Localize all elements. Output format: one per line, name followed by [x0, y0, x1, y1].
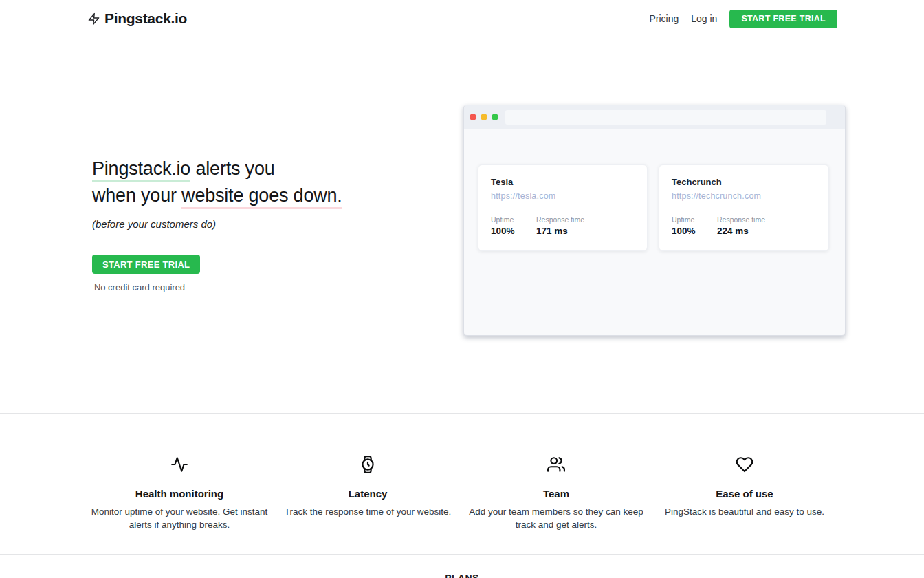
- watch-icon: [359, 464, 377, 475]
- plans-section: PLANS: [0, 554, 924, 578]
- header: Pingstack.io Pricing Log in START FREE T…: [0, 0, 924, 37]
- hero-copy: Pingstack.io alerts youwhen your website…: [92, 156, 342, 292]
- response-time-stat: Response time 224 ms: [717, 215, 765, 236]
- main-nav: Pricing Log in START FREE TRIAL: [649, 10, 837, 28]
- feature-title: Ease of use: [650, 488, 839, 500]
- hero-title: Pingstack.io alerts youwhen your website…: [92, 156, 342, 209]
- site-url: https://techcrunch.com: [672, 191, 816, 201]
- no-credit-card-note: No credit card required: [92, 282, 187, 292]
- start-free-trial-button-hero[interactable]: START FREE TRIAL: [92, 255, 200, 274]
- minimize-window-dot-icon: [481, 114, 487, 120]
- uptime-label: Uptime: [491, 215, 536, 224]
- activity-icon: [170, 464, 188, 475]
- hero-section: Pingstack.io alerts youwhen your website…: [0, 37, 924, 413]
- users-icon: [547, 464, 565, 475]
- nav-link-login[interactable]: Log in: [691, 13, 717, 24]
- brand-name: Pingstack.io: [104, 10, 187, 27]
- hero-title-rest-2: when your: [92, 185, 182, 206]
- address-bar: [505, 110, 826, 125]
- heart-icon: [736, 464, 754, 475]
- browser-chrome: [464, 105, 845, 129]
- response-time-label: Response time: [717, 215, 765, 224]
- site-stats: Uptime 100% Response time 224 ms: [672, 215, 816, 236]
- feature-ease-of-use: Ease of use PingStack is beautiful and e…: [650, 414, 839, 531]
- zap-icon: [87, 12, 100, 26]
- hero-title-highlight-green: Pingstack.io: [92, 158, 190, 182]
- site-name: Tesla: [491, 177, 635, 187]
- uptime-value: 100%: [672, 226, 717, 236]
- feature-description: Monitor uptime of your website. Get inst…: [91, 505, 268, 531]
- brand-logo[interactable]: Pingstack.io: [87, 10, 187, 27]
- close-window-dot-icon: [470, 114, 476, 120]
- feature-description: PingStack is beautiful and easy to use.: [656, 505, 833, 518]
- feature-latency: Latency Track the response time of your …: [274, 414, 462, 531]
- feature-title: Latency: [274, 488, 462, 500]
- feature-title: Team: [462, 488, 650, 500]
- response-time-label: Response time: [536, 215, 584, 224]
- feature-title: Health monitoring: [85, 488, 274, 500]
- start-free-trial-button-header[interactable]: START FREE TRIAL: [729, 10, 837, 28]
- monitor-card-techcrunch: Techcrunch https://techcrunch.com Uptime…: [659, 164, 829, 251]
- hero-subtext: (before your customers do): [92, 218, 342, 230]
- window-controls: [470, 114, 498, 120]
- uptime-stat: Uptime 100%: [672, 215, 717, 236]
- site-stats: Uptime 100% Response time 171 ms: [491, 215, 635, 236]
- response-time-stat: Response time 171 ms: [536, 215, 584, 236]
- site-name: Techcrunch: [672, 177, 816, 187]
- browser-window-mockup: Tesla https://tesla.com Uptime 100% Resp…: [463, 105, 846, 336]
- monitor-cards: Tesla https://tesla.com Uptime 100% Resp…: [478, 164, 829, 251]
- uptime-label: Uptime: [672, 215, 717, 224]
- features-grid: Health monitoring Monitor uptime of your…: [85, 414, 839, 531]
- site-url: https://tesla.com: [491, 191, 635, 201]
- monitor-card-tesla: Tesla https://tesla.com Uptime 100% Resp…: [478, 164, 648, 251]
- feature-description: Track the response time of your website.: [279, 505, 456, 518]
- response-time-value: 224 ms: [717, 226, 765, 236]
- nav-link-pricing[interactable]: Pricing: [649, 13, 679, 24]
- feature-team: Team Add your team members so they can k…: [462, 414, 650, 531]
- feature-description: Add your team members so they can keep t…: [468, 505, 645, 531]
- hero-title-highlight-pink: website goes down.: [182, 185, 342, 209]
- response-time-value: 171 ms: [536, 226, 584, 236]
- maximize-window-dot-icon: [492, 114, 498, 120]
- features-section: Health monitoring Monitor uptime of your…: [0, 413, 924, 554]
- plans-section-label: PLANS: [0, 555, 924, 578]
- hero-title-rest-1: alerts you: [190, 158, 274, 179]
- feature-health-monitoring: Health monitoring Monitor uptime of your…: [85, 414, 274, 531]
- uptime-value: 100%: [491, 226, 536, 236]
- uptime-stat: Uptime 100%: [491, 215, 536, 236]
